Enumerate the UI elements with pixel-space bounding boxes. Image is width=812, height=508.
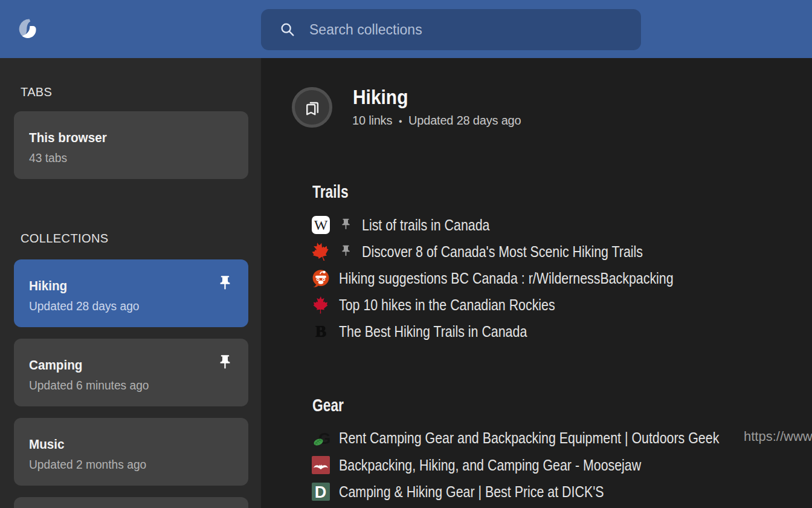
svg-text:D: D <box>315 483 327 501</box>
svg-text:B: B <box>315 322 326 340</box>
svg-text:W: W <box>314 217 328 233</box>
